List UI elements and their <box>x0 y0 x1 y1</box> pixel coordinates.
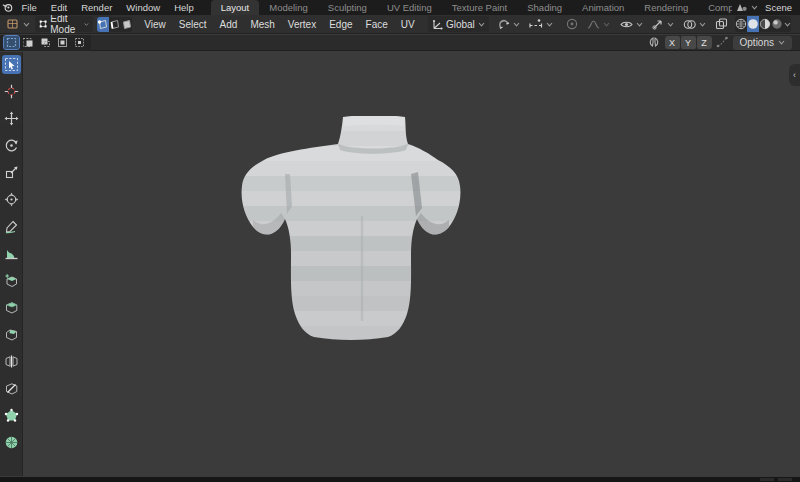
menu-face[interactable]: Face <box>360 16 394 32</box>
shading-material-button[interactable] <box>759 16 771 32</box>
mirror-z-toggle[interactable]: Z <box>697 36 712 49</box>
select-mode-options <box>0 35 91 51</box>
mirror-y-toggle[interactable]: Y <box>681 36 696 49</box>
mesh-object-torso[interactable] <box>240 116 484 344</box>
shading-rendered-button[interactable] <box>771 16 783 32</box>
menu-window[interactable]: Window <box>119 0 167 15</box>
tool-loop-cut[interactable] <box>2 352 21 371</box>
tab-rendering[interactable]: Rendering <box>634 0 698 15</box>
scene-selector[interactable]: Scene <box>732 0 800 15</box>
snap-increment-icon <box>529 18 543 30</box>
chevron-down-icon <box>513 22 520 27</box>
select-mode-intersect-button[interactable] <box>72 36 87 49</box>
tool-inset-faces[interactable] <box>2 298 21 317</box>
workspace-tabs: Layout Modeling Sculpting UV Editing Tex… <box>211 0 732 15</box>
menu-vertex[interactable]: Vertex <box>282 16 322 32</box>
tool-extrude-region[interactable] <box>2 271 21 290</box>
tool-bevel[interactable] <box>2 325 21 344</box>
menu-uv[interactable]: UV <box>395 16 421 32</box>
chevron-down-icon <box>667 22 674 27</box>
tab-layout[interactable]: Layout <box>211 0 260 15</box>
visibility-eye-icon <box>620 19 633 30</box>
tool-settings-bar: X Y Z Options <box>0 35 800 51</box>
xray-icon <box>715 18 728 30</box>
orientation-label: Global <box>446 19 475 30</box>
tab-sculpting[interactable]: Sculpting <box>318 0 377 15</box>
menu-render[interactable]: Render <box>74 0 119 15</box>
tool-knife[interactable] <box>2 379 21 398</box>
vertex-select-button[interactable] <box>97 17 109 32</box>
chevron-down-icon <box>784 22 791 27</box>
tab-modeling[interactable]: Modeling <box>259 0 318 15</box>
scene-icon <box>736 2 748 14</box>
viewport-header: Edit Mode View Select Add Mesh Vertex Ed… <box>0 15 800 34</box>
chevron-down-icon <box>478 22 485 27</box>
transform-orientation-dropdown[interactable]: Global <box>428 16 489 32</box>
face-select-button[interactable] <box>121 17 133 32</box>
mode-label: Edit Mode <box>50 13 81 35</box>
viewport-shading-group <box>735 16 791 32</box>
select-mode-subtract-button[interactable] <box>38 36 53 49</box>
menu-file[interactable]: File <box>15 0 44 15</box>
chevron-down-icon <box>751 5 758 10</box>
tool-poly-build[interactable] <box>2 406 21 425</box>
chevron-down-icon <box>778 40 785 45</box>
shading-wireframe-button[interactable] <box>735 16 747 32</box>
snap-path-icon <box>716 36 729 50</box>
select-mode-invert-button[interactable] <box>55 36 70 49</box>
blender-window: File Edit Render Window Help Layout Mode… <box>0 0 800 482</box>
tool-measure[interactable] <box>2 244 21 263</box>
proportional-editing-toggle[interactable] <box>562 16 582 32</box>
menu-add[interactable]: Add <box>214 16 244 32</box>
tool-annotate[interactable] <box>2 217 21 236</box>
blender-logo-icon[interactable] <box>0 0 15 15</box>
proportional-falloff-dropdown[interactable] <box>583 16 614 32</box>
shading-solid-button[interactable] <box>747 16 759 32</box>
sidebar-toggle-arrow[interactable]: ‹ <box>789 64 800 86</box>
shading-options-dropdown[interactable] <box>783 16 791 32</box>
tool-transform[interactable] <box>2 190 21 209</box>
menu-edge[interactable]: Edge <box>323 16 358 32</box>
select-mode-extend-button[interactable] <box>21 36 36 49</box>
options-dropdown[interactable]: Options <box>733 36 792 50</box>
tool-settings-right: X Y Z Options <box>647 36 800 50</box>
menu-edit[interactable]: Edit <box>44 0 74 15</box>
menu-help[interactable]: Help <box>167 0 201 15</box>
edit-mode-icon <box>39 18 47 30</box>
menu-select[interactable]: Select <box>173 16 213 32</box>
tool-rotate[interactable] <box>2 136 21 155</box>
proportional-circle-icon <box>566 18 578 30</box>
mirror-x-toggle[interactable]: X <box>665 36 680 49</box>
overlays-icon <box>683 19 696 30</box>
menu-view[interactable]: View <box>138 16 172 32</box>
tool-scale[interactable] <box>2 163 21 182</box>
viewport-3d[interactable]: ‹ <box>24 52 800 476</box>
tool-spin[interactable] <box>2 433 21 452</box>
chevron-down-icon <box>699 22 706 27</box>
edge-select-button[interactable] <box>109 17 121 32</box>
tool-move[interactable] <box>2 109 21 128</box>
select-mode-set-button[interactable] <box>4 36 19 49</box>
gizmo-icon <box>652 18 664 30</box>
mesh-select-mode-group <box>97 17 132 32</box>
tab-uv-editing[interactable]: UV Editing <box>377 0 442 15</box>
menu-mesh[interactable]: Mesh <box>244 16 280 32</box>
show-overlays-dropdown[interactable] <box>679 16 710 32</box>
magnet-icon <box>498 18 510 30</box>
snap-toggle-button[interactable] <box>494 16 524 32</box>
viewport-toolbar <box>0 52 23 476</box>
show-gizmo-dropdown[interactable] <box>648 16 678 32</box>
snap-target-dropdown[interactable] <box>525 16 557 32</box>
tool-select-box[interactable] <box>2 55 21 74</box>
mode-dropdown[interactable]: Edit Mode <box>35 16 93 32</box>
editor-type-button[interactable] <box>3 16 34 32</box>
options-label: Options <box>740 37 774 48</box>
tab-shading[interactable]: Shading <box>517 0 572 15</box>
xray-toggle-button[interactable] <box>711 16 732 32</box>
tab-animation[interactable]: Animation <box>572 0 634 15</box>
top-menubar: File Edit Render Window Help Layout Mode… <box>0 0 800 15</box>
object-visibility-dropdown[interactable] <box>616 16 647 32</box>
tool-cursor[interactable] <box>2 82 21 101</box>
tab-compositing[interactable]: Compositing <box>698 0 732 15</box>
tab-texture-paint[interactable]: Texture Paint <box>442 0 517 15</box>
